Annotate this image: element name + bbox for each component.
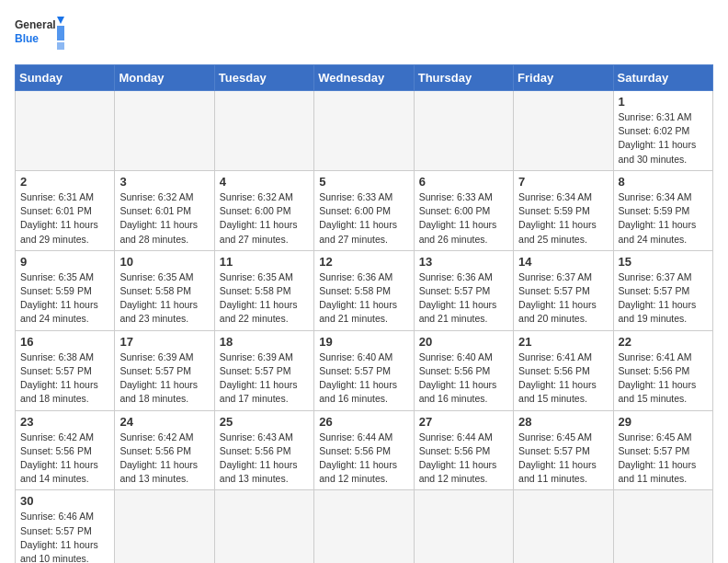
day-info: Sunrise: 6:45 AMSunset: 5:57 PMDaylight:… [518,431,608,487]
weekday-header-wednesday: Wednesday [314,65,414,91]
calendar-cell: 11Sunrise: 6:35 AMSunset: 5:58 PMDayligh… [214,250,313,330]
day-info: Sunrise: 6:46 AMSunset: 5:57 PMDaylight:… [20,510,109,563]
weekday-header-saturday: Saturday [613,65,712,91]
day-number: 14 [518,255,608,269]
calendar-cell: 29Sunrise: 6:45 AMSunset: 5:57 PMDayligh… [613,410,712,490]
day-number: 18 [220,335,309,349]
svg-text:Blue: Blue [15,32,39,45]
day-number: 15 [619,255,708,269]
day-number: 6 [419,175,508,189]
weekday-header-tuesday: Tuesday [214,65,313,91]
calendar-cell: 24Sunrise: 6:42 AMSunset: 5:56 PMDayligh… [115,410,214,490]
day-number: 27 [419,415,508,429]
day-number: 12 [319,255,408,269]
day-number: 10 [119,255,209,269]
svg-rect-4 [57,42,64,50]
day-info: Sunrise: 6:42 AMSunset: 5:56 PMDaylight:… [119,431,209,487]
weekday-header-thursday: Thursday [414,65,513,91]
calendar-cell [613,490,712,563]
calendar-cell [115,490,214,563]
calendar-week-row: 30Sunrise: 6:46 AMSunset: 5:57 PMDayligh… [16,490,713,563]
day-number: 7 [518,175,608,189]
day-number: 28 [518,415,608,429]
svg-rect-3 [57,26,64,40]
calendar-week-row: 9Sunrise: 6:35 AMSunset: 5:59 PMDaylight… [16,250,713,330]
day-info: Sunrise: 6:45 AMSunset: 5:57 PMDaylight:… [619,431,708,487]
generalblue-logo: General Blue [15,15,70,55]
day-info: Sunrise: 6:39 AMSunset: 5:57 PMDaylight:… [119,350,209,407]
day-number: 22 [619,335,708,349]
day-info: Sunrise: 6:37 AMSunset: 5:57 PMDaylight:… [518,270,608,327]
calendar-cell: 25Sunrise: 6:43 AMSunset: 5:56 PMDayligh… [214,410,313,490]
weekday-header-monday: Monday [115,65,214,91]
logo: General Blue [15,15,70,55]
day-number: 17 [119,335,209,349]
day-info: Sunrise: 6:44 AMSunset: 5:56 PMDaylight:… [419,431,508,487]
calendar-week-row: 23Sunrise: 6:42 AMSunset: 5:56 PMDayligh… [16,410,713,490]
day-number: 24 [119,415,209,429]
calendar-cell: 26Sunrise: 6:44 AMSunset: 5:56 PMDayligh… [314,410,414,490]
calendar-cell: 8Sunrise: 6:34 AMSunset: 5:59 PMDaylight… [613,170,712,250]
calendar-cell: 14Sunrise: 6:37 AMSunset: 5:57 PMDayligh… [514,250,613,330]
calendar-cell: 15Sunrise: 6:37 AMSunset: 5:57 PMDayligh… [613,250,712,330]
calendar-cell [414,490,513,563]
day-info: Sunrise: 6:41 AMSunset: 5:56 PMDaylight:… [518,350,608,407]
calendar-cell: 10Sunrise: 6:35 AMSunset: 5:58 PMDayligh… [115,250,214,330]
calendar-cell: 3Sunrise: 6:32 AMSunset: 6:01 PMDaylight… [115,170,214,250]
calendar-cell: 28Sunrise: 6:45 AMSunset: 5:57 PMDayligh… [514,410,613,490]
calendar-table: SundayMondayTuesdayWednesdayThursdayFrid… [15,64,713,563]
day-number: 20 [419,335,508,349]
calendar-cell: 12Sunrise: 6:36 AMSunset: 5:58 PMDayligh… [314,250,414,330]
day-info: Sunrise: 6:40 AMSunset: 5:56 PMDaylight:… [419,350,508,407]
day-number: 1 [619,95,708,109]
day-number: 29 [619,415,708,429]
day-info: Sunrise: 6:40 AMSunset: 5:57 PMDaylight:… [319,350,408,407]
day-number: 19 [319,335,408,349]
day-info: Sunrise: 6:34 AMSunset: 5:59 PMDaylight:… [619,190,708,247]
day-number: 3 [119,175,209,189]
calendar-cell: 27Sunrise: 6:44 AMSunset: 5:56 PMDayligh… [414,410,513,490]
day-info: Sunrise: 6:35 AMSunset: 5:59 PMDaylight:… [20,270,109,327]
day-number: 21 [518,335,608,349]
calendar-cell: 22Sunrise: 6:41 AMSunset: 5:56 PMDayligh… [613,330,712,410]
day-number: 16 [20,335,109,349]
day-info: Sunrise: 6:31 AMSunset: 6:01 PMDaylight:… [20,190,109,247]
calendar-cell: 13Sunrise: 6:36 AMSunset: 5:57 PMDayligh… [414,250,513,330]
weekday-header-sunday: Sunday [16,65,115,91]
day-info: Sunrise: 6:44 AMSunset: 5:56 PMDaylight:… [319,431,408,487]
day-number: 4 [220,175,309,189]
calendar-cell: 9Sunrise: 6:35 AMSunset: 5:59 PMDaylight… [16,250,115,330]
calendar-week-row: 2Sunrise: 6:31 AMSunset: 6:01 PMDaylight… [16,170,713,250]
day-number: 5 [319,175,408,189]
svg-marker-2 [57,17,64,24]
day-info: Sunrise: 6:38 AMSunset: 5:57 PMDaylight:… [20,350,109,407]
day-info: Sunrise: 6:31 AMSunset: 6:02 PMDaylight:… [619,110,708,167]
day-info: Sunrise: 6:42 AMSunset: 5:56 PMDaylight:… [20,431,109,487]
day-info: Sunrise: 6:34 AMSunset: 5:59 PMDaylight:… [518,190,608,247]
calendar-cell: 23Sunrise: 6:42 AMSunset: 5:56 PMDayligh… [16,410,115,490]
calendar-week-row: 16Sunrise: 6:38 AMSunset: 5:57 PMDayligh… [16,330,713,410]
calendar-cell [514,490,613,563]
calendar-cell: 1Sunrise: 6:31 AMSunset: 6:02 PMDaylight… [613,91,712,171]
calendar-cell: 7Sunrise: 6:34 AMSunset: 5:59 PMDaylight… [514,170,613,250]
day-number: 9 [20,255,109,269]
weekday-header-friday: Friday [514,65,613,91]
day-number: 11 [220,255,309,269]
calendar-cell [16,91,115,171]
calendar-cell: 6Sunrise: 6:33 AMSunset: 6:00 PMDaylight… [414,170,513,250]
calendar-cell [514,91,613,171]
day-info: Sunrise: 6:36 AMSunset: 5:57 PMDaylight:… [419,270,508,327]
calendar-cell: 16Sunrise: 6:38 AMSunset: 5:57 PMDayligh… [16,330,115,410]
day-number: 13 [419,255,508,269]
day-info: Sunrise: 6:33 AMSunset: 6:00 PMDaylight:… [319,190,408,247]
day-info: Sunrise: 6:33 AMSunset: 6:00 PMDaylight:… [419,190,508,247]
day-number: 26 [319,415,408,429]
calendar-cell: 17Sunrise: 6:39 AMSunset: 5:57 PMDayligh… [115,330,214,410]
weekday-header-row: SundayMondayTuesdayWednesdayThursdayFrid… [16,65,713,91]
calendar-cell [314,490,414,563]
day-info: Sunrise: 6:41 AMSunset: 5:56 PMDaylight:… [619,350,708,407]
day-info: Sunrise: 6:36 AMSunset: 5:58 PMDaylight:… [319,270,408,327]
calendar-cell [115,91,214,171]
calendar-cell [414,91,513,171]
calendar-cell: 19Sunrise: 6:40 AMSunset: 5:57 PMDayligh… [314,330,414,410]
